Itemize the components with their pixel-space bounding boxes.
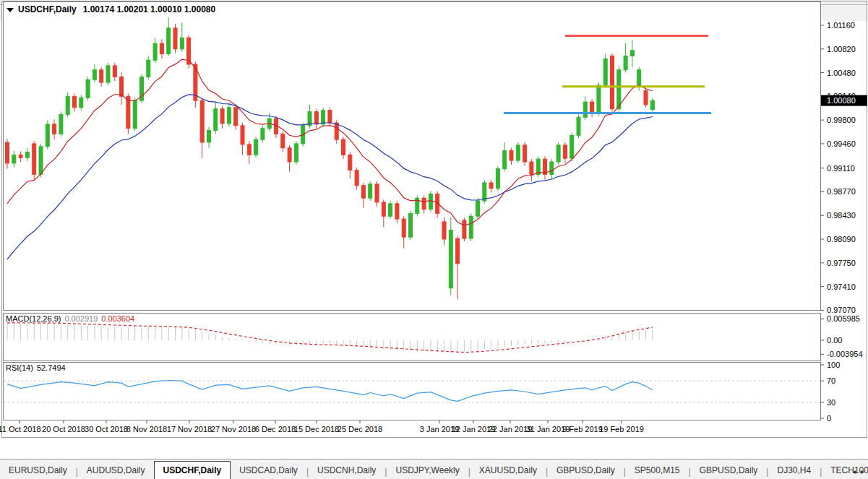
- date-tick-label: 15 Dec 2018: [294, 425, 339, 433]
- tab-usdjpy-weekly[interactable]: USDJPY,Weekly: [387, 462, 468, 478]
- tab-audusd-daily[interactable]: AUDUSD,Daily: [78, 462, 154, 478]
- macd-label: MACD(12,26,9)0.0029190.003604: [6, 314, 134, 323]
- price-axis-label: 0.98770: [827, 187, 856, 196]
- candle-down: [33, 141, 36, 180]
- price-axis-label: 0.98090: [827, 235, 856, 243]
- candle-up: [254, 137, 258, 157]
- price-axis-label: 1.01160: [827, 21, 855, 30]
- price-axis-label: 0.99460: [827, 139, 856, 148]
- tab-scroll-left-icon[interactable]: ◂: [852, 467, 857, 475]
- date-tick-label: 19 Feb 2019: [599, 425, 644, 433]
- price-axis-label: 0.99800: [827, 116, 856, 124]
- candle-up: [322, 108, 325, 127]
- candle-up: [476, 198, 480, 219]
- tab-eurusd-daily[interactable]: EURUSD,Daily: [0, 462, 76, 478]
- candle-up: [133, 98, 137, 131]
- candle-up: [603, 54, 607, 88]
- candle-up: [416, 195, 419, 216]
- mt4-terminal: M30H1H4D1W1MN 1.011601.008201.004801.001…: [0, 0, 868, 479]
- candle-up: [59, 112, 63, 137]
- candle-up: [536, 156, 540, 177]
- date-tick-label: 6 Dec 2018: [255, 425, 296, 433]
- candle-down: [187, 35, 191, 69]
- candle-up: [429, 191, 432, 212]
- tab-usdcad-daily[interactable]: USDCAD,Daily: [231, 462, 306, 478]
- rsi-axis-label: 0: [827, 414, 831, 423]
- date-tick-label: 17 Nov 2018: [167, 425, 212, 433]
- candle-up: [389, 201, 392, 219]
- candle-up: [496, 166, 499, 191]
- tab-scroll-right-icon[interactable]: ▸: [861, 467, 866, 475]
- date-tick-label: 20 Oct 2018: [42, 425, 85, 433]
- tab-sp500-m15[interactable]: SP500,M15: [626, 462, 689, 478]
- candle-up: [516, 142, 520, 163]
- rsi-axis-label: 70: [827, 376, 835, 385]
- rsi-pane-border: [4, 363, 821, 420]
- tab-usdchf-daily[interactable]: USDCHF,Daily: [154, 461, 231, 479]
- price-axis-label: 0.97750: [827, 259, 856, 267]
- candle-up: [483, 180, 486, 204]
- date-tick-label: 11 Oct 2018: [0, 425, 41, 433]
- candle-up: [86, 77, 90, 100]
- price-axis: 1.011601.008201.004801.001400.998000.994…: [820, 21, 867, 423]
- price-axis-label: 0.99110: [827, 164, 855, 173]
- tab-dj30-h4[interactable]: DJ30,H4: [768, 462, 820, 478]
- candle-up: [409, 211, 413, 241]
- candle-up: [106, 63, 110, 85]
- price-axis-label: 1.00820: [827, 45, 856, 53]
- tab-usdcnh-daily[interactable]: USDCNH,Daily: [309, 462, 384, 478]
- price-axis-label: 0.98430: [827, 211, 856, 220]
- chart-canvas[interactable]: 1.011601.008201.004801.001400.998000.994…: [0, 0, 868, 438]
- date-tick-label: 30 Oct 2018: [85, 425, 128, 433]
- candle-up: [577, 114, 580, 138]
- symbol-tabbar: EURUSD,Daily|AUDUSD,DailyUSDCHF,DailyUSD…: [0, 459, 868, 479]
- macd-axis-label: -0.003954: [827, 350, 863, 358]
- price-axis-label: 0.97070: [827, 306, 856, 314]
- candle-down: [463, 217, 466, 241]
- candle-up: [570, 133, 574, 162]
- candle-down: [173, 24, 177, 53]
- tab-gbpusd-daily[interactable]: GBPUSD,Daily: [548, 462, 624, 478]
- current-price-label: 1.00080: [827, 96, 856, 105]
- candle-up: [294, 141, 298, 165]
- date-tick-label: 27 Nov 2018: [211, 425, 256, 433]
- date-tick-label: 25 Dec 2018: [338, 425, 382, 433]
- tab-xauusd-daily[interactable]: XAUUSD,Daily: [470, 462, 546, 478]
- price-axis-label: 1.00480: [827, 69, 856, 77]
- candle-up: [140, 74, 144, 104]
- chart-title: USDCHF,Daily1.00174 1.00201 1.00010 1.00…: [18, 4, 216, 14]
- candle-up: [369, 181, 372, 201]
- candle-down: [644, 88, 648, 108]
- candle-up: [557, 142, 560, 165]
- macd-axis-label: 0.00: [827, 336, 842, 345]
- date-tick-label: 9 Feb 2019: [562, 425, 603, 433]
- chart-frame: [2, 1, 867, 438]
- candle-up: [46, 120, 49, 150]
- main-pane-border: [4, 2, 821, 311]
- candle-up: [261, 126, 265, 142]
- macd-axis-label: 0.005985: [827, 314, 860, 323]
- rsi-axis-label: 30: [827, 398, 835, 407]
- date-tick-label: 8 Nov 2018: [126, 425, 167, 433]
- candle-down: [611, 53, 614, 112]
- rsi-axis-label: 100: [827, 361, 840, 369]
- price-axis-label: 0.97410: [827, 282, 856, 291]
- tab-gbpusd-daily[interactable]: GBPUSD,Daily: [691, 462, 767, 478]
- date-axis: 11 Oct 201820 Oct 201830 Oct 20188 Nov 2…: [0, 420, 644, 433]
- tab-scroll-arrows: ◂ ▸: [852, 467, 866, 475]
- candle-up: [469, 213, 473, 241]
